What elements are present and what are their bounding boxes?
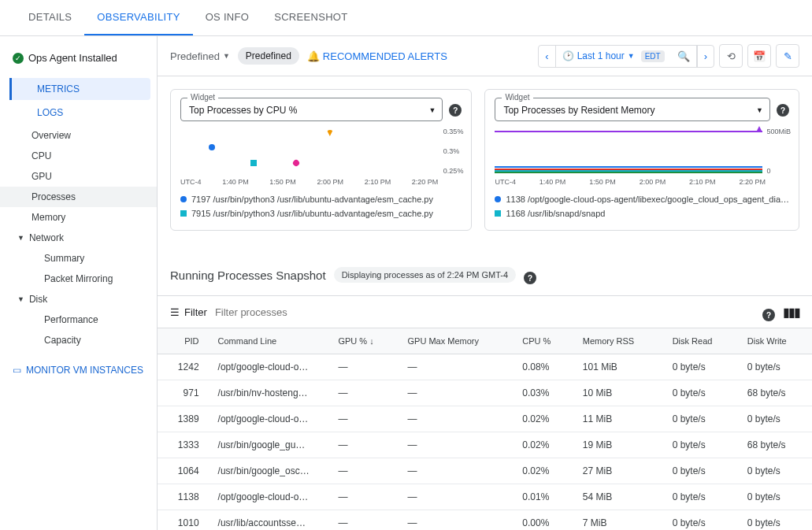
sidebar-metrics[interactable]: METRICS <box>9 78 150 100</box>
sidebar-gpu[interactable]: GPU <box>0 166 157 187</box>
tab-details[interactable]: DETAILS <box>16 0 84 35</box>
table-header-row: PID Command Line GPU % ↓ GPU Max Memory … <box>158 328 812 354</box>
time-next-button[interactable]: › <box>697 46 714 67</box>
calendar-icon[interactable]: 📅 <box>747 44 771 68</box>
snapshot-time-chip: Displaying processes as of 2:24 PM GMT-4 <box>334 267 517 283</box>
help-icon[interactable]: ? <box>777 104 789 117</box>
col-rss[interactable]: Memory RSS <box>573 328 663 354</box>
edit-icon[interactable]: ✎ <box>776 44 799 68</box>
sidebar-processes[interactable]: Processes <box>0 187 157 207</box>
chevron-down-icon: ▼ <box>17 295 24 303</box>
sidebar-memory[interactable]: Memory <box>0 207 157 228</box>
chevron-down-icon: ▼ <box>756 106 763 114</box>
col-gpu[interactable]: GPU % ↓ <box>328 328 398 354</box>
table-row[interactable]: 1064/usr/bin/google_osc…——0.02%27 MiB0 b… <box>158 458 812 484</box>
toolbar: Predefined ▼ Predefined 🔔 RECOMMENDED AL… <box>158 36 812 76</box>
memory-chart[interactable]: 500MiB 0 <box>495 128 789 175</box>
filter-icon: ☰ <box>170 306 180 318</box>
sidebar-summary[interactable]: Summary <box>0 248 157 269</box>
table-row[interactable]: 971/usr/bin/nv-hosteng…——0.03%10 MiB0 by… <box>158 380 812 406</box>
columns-icon[interactable]: ▮▮▮ <box>783 305 799 320</box>
table-row[interactable]: 1242/opt/google-cloud-o…——0.08%101 MiB0 … <box>158 354 812 380</box>
chevron-down-icon: ▼ <box>17 234 24 242</box>
timezone-chip: EDT <box>641 50 665 62</box>
snapshot-title: Running Processes Snapshot Displaying pr… <box>158 243 812 295</box>
widget-cpu: Widget Top Processes by CPU % ▼ ? 0.35% … <box>170 89 472 231</box>
legend-item[interactable]: 7915 /usr/bin/python3 /usr/lib/ubuntu-ad… <box>180 206 462 221</box>
process-table: PID Command Line GPU % ↓ GPU Max Memory … <box>158 328 812 530</box>
monitor-icon: ▭ <box>13 365 21 376</box>
legend-item[interactable]: 1138 /opt/google-cloud-ops-agent/libexec… <box>495 192 789 206</box>
table-row[interactable]: 1010/usr/lib/accountsse…——0.00%7 MiB0 by… <box>158 510 812 531</box>
legend-item[interactable]: 7197 /usr/bin/python3 /usr/lib/ubuntu-ad… <box>180 192 462 206</box>
help-icon[interactable]: ? <box>524 272 536 284</box>
sidebar-packet-mirroring[interactable]: Packet Mirroring <box>0 269 157 289</box>
clock-icon: 🕑 <box>562 50 574 61</box>
table-row[interactable]: 1138/opt/google-cloud-o…——0.01%54 MiB0 b… <box>158 484 812 510</box>
predefined-chip[interactable]: Predefined <box>238 47 299 65</box>
sidebar-disk[interactable]: ▼ Disk <box>0 289 157 309</box>
reset-icon[interactable]: ⟲ <box>719 44 743 68</box>
agent-status: ✓ Ops Agent Installed <box>0 46 157 76</box>
tab-os-info[interactable]: OS INFO <box>193 0 262 35</box>
monitor-vm-instances-link[interactable]: ▭ MONITOR VM INSTANCES <box>0 350 157 390</box>
col-write[interactable]: Disk Write <box>738 328 812 354</box>
sidebar-cpu[interactable]: CPU <box>0 146 157 166</box>
sidebar-logs[interactable]: LOGS <box>9 102 150 124</box>
filter-label: ☰ Filter <box>170 306 207 318</box>
widget-memory: Widget Top Processes by Resident Memory … <box>484 89 799 231</box>
widget-memory-select[interactable]: Widget Top Processes by Resident Memory … <box>495 98 770 121</box>
col-gpumax[interactable]: GPU Max Memory <box>399 328 514 354</box>
filter-bar: ☰ Filter ? ▮▮▮ <box>158 295 812 328</box>
check-icon: ✓ <box>13 53 24 64</box>
filter-input[interactable] <box>215 306 755 318</box>
col-pid[interactable]: PID <box>158 328 209 354</box>
recommended-alerts-button[interactable]: 🔔 RECOMMENDED ALERTS <box>307 50 447 62</box>
help-icon[interactable]: ? <box>449 104 462 117</box>
time-range-button[interactable]: 🕑 Last 1 hour ▼ EDT <box>556 46 671 67</box>
col-cmd[interactable]: Command Line <box>209 328 329 354</box>
time-prev-button[interactable]: ‹ <box>539 46 555 67</box>
legend-item[interactable]: 1168 /usr/lib/snapd/snapd <box>495 206 789 221</box>
bell-icon: 🔔 <box>307 50 320 62</box>
agent-status-label: Ops Agent Installed <box>28 52 117 64</box>
sort-down-icon: ↓ <box>369 336 374 346</box>
sidebar-network[interactable]: ▼ Network <box>0 228 157 248</box>
tab-observability[interactable]: OBSERVABILITY <box>84 0 192 35</box>
help-icon[interactable]: ? <box>762 309 775 321</box>
chevron-down-icon: ▼ <box>223 52 230 60</box>
tab-bar: DETAILS OBSERVABILITY OS INFO SCREENSHOT <box>0 0 812 36</box>
tab-screenshot[interactable]: SCREENSHOT <box>261 0 360 35</box>
mem-x-axis: UTC-41:40 PM1:50 PM2:00 PM2:10 PM2:20 PM <box>495 178 789 186</box>
sidebar-capacity[interactable]: Capacity <box>0 330 157 350</box>
chevron-down-icon: ▼ <box>628 52 635 60</box>
sidebar-overview[interactable]: Overview <box>0 125 157 146</box>
predefined-dropdown[interactable]: Predefined ▼ <box>170 50 230 62</box>
sidebar: ✓ Ops Agent Installed METRICS LOGS Overv… <box>0 36 158 530</box>
table-row[interactable]: 1389/opt/google-cloud-o…——0.02%11 MiB0 b… <box>158 406 812 432</box>
widget-cpu-select[interactable]: Widget Top Processes by CPU % ▼ <box>180 98 443 121</box>
col-cpu[interactable]: CPU % <box>513 328 573 354</box>
time-zoom-button[interactable]: 🔍 <box>671 46 697 67</box>
chevron-down-icon: ▼ <box>428 106 436 114</box>
table-row[interactable]: 1333/usr/bin/google_gu…——0.02%19 MiB0 by… <box>158 432 812 458</box>
col-read[interactable]: Disk Read <box>663 328 738 354</box>
cpu-x-axis: UTC-41:40 PM1:50 PM2:00 PM2:10 PM2:20 PM <box>180 178 462 186</box>
cpu-chart[interactable]: 0.35% 0.3% 0.25% <box>180 128 462 175</box>
sidebar-performance[interactable]: Performance <box>0 309 157 330</box>
time-range-picker: ‹ 🕑 Last 1 hour ▼ EDT 🔍 › <box>538 45 714 68</box>
